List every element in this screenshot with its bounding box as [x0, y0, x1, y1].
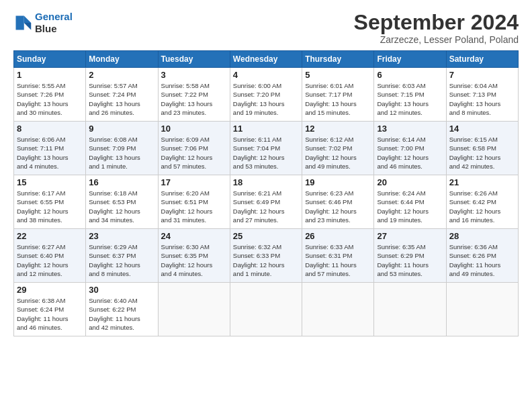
day-number: 11 — [233, 124, 299, 134]
day-info: Sunrise: 5:57 AM Sunset: 7:24 PM Dayligh… — [89, 81, 154, 117]
calendar-cell: 25Sunrise: 6:32 AM Sunset: 6:33 PM Dayli… — [230, 229, 302, 283]
day-number: 20 — [377, 177, 443, 187]
title-block: September 2024 Zarzecze, Lesser Poland, … — [354, 11, 519, 45]
day-info: Sunrise: 6:11 AM Sunset: 7:04 PM Dayligh… — [233, 135, 299, 171]
calendar-cell: 28Sunrise: 6:36 AM Sunset: 6:26 PM Dayli… — [446, 229, 518, 283]
calendar-cell: 14Sunrise: 6:15 AM Sunset: 6:58 PM Dayli… — [446, 122, 518, 175]
calendar-cell: 10Sunrise: 6:09 AM Sunset: 7:06 PM Dayli… — [158, 122, 230, 175]
location-subtitle: Zarzecze, Lesser Poland, Poland — [354, 34, 519, 45]
calendar-cell — [446, 283, 518, 336]
day-number: 21 — [449, 177, 515, 187]
day-info: Sunrise: 6:06 AM Sunset: 7:11 PM Dayligh… — [17, 135, 83, 171]
weekday-tuesday: Tuesday — [158, 51, 230, 68]
weekday-friday: Friday — [374, 51, 446, 68]
calendar-cell: 8Sunrise: 6:06 AM Sunset: 7:11 PM Daylig… — [14, 122, 86, 175]
calendar-cell: 21Sunrise: 6:26 AM Sunset: 6:42 PM Dayli… — [446, 175, 518, 229]
weekday-monday: Monday — [86, 51, 158, 68]
day-number: 17 — [161, 177, 227, 187]
calendar-table: SundayMondayTuesdayWednesdayThursdayFrid… — [13, 50, 519, 336]
calendar-cell: 17Sunrise: 6:20 AM Sunset: 6:51 PM Dayli… — [158, 175, 230, 229]
calendar-cell: 26Sunrise: 6:33 AM Sunset: 6:31 PM Dayli… — [302, 229, 374, 283]
day-info: Sunrise: 6:38 AM Sunset: 6:24 PM Dayligh… — [17, 296, 83, 332]
day-number: 14 — [449, 124, 515, 134]
calendar-cell: 19Sunrise: 6:23 AM Sunset: 6:46 PM Dayli… — [302, 175, 374, 229]
calendar-cell: 3Sunrise: 5:58 AM Sunset: 7:22 PM Daylig… — [158, 68, 230, 122]
svg-marker-2 — [16, 16, 24, 30]
day-number: 16 — [89, 177, 154, 187]
day-info: Sunrise: 6:04 AM Sunset: 7:13 PM Dayligh… — [449, 81, 515, 117]
page: General Blue September 2024 Zarzecze, Le… — [0, 0, 532, 411]
day-number: 30 — [89, 285, 154, 295]
day-info: Sunrise: 6:24 AM Sunset: 6:44 PM Dayligh… — [377, 189, 443, 224]
day-info: Sunrise: 6:26 AM Sunset: 6:42 PM Dayligh… — [449, 189, 515, 224]
calendar-cell: 13Sunrise: 6:14 AM Sunset: 7:00 PM Dayli… — [374, 122, 446, 175]
calendar-cell: 23Sunrise: 6:29 AM Sunset: 6:37 PM Dayli… — [86, 229, 158, 283]
logo-icon — [13, 13, 32, 32]
calendar-cell — [158, 283, 230, 336]
calendar-cell: 15Sunrise: 6:17 AM Sunset: 6:55 PM Dayli… — [14, 175, 86, 229]
day-number: 2 — [89, 70, 154, 80]
day-info: Sunrise: 6:32 AM Sunset: 6:33 PM Dayligh… — [233, 242, 299, 278]
day-number: 5 — [305, 70, 371, 80]
day-info: Sunrise: 6:21 AM Sunset: 6:49 PM Dayligh… — [233, 189, 299, 224]
day-number: 15 — [17, 177, 83, 187]
calendar-cell: 6Sunrise: 6:03 AM Sunset: 7:15 PM Daylig… — [374, 68, 446, 122]
day-info: Sunrise: 6:15 AM Sunset: 6:58 PM Dayligh… — [449, 135, 515, 171]
day-info: Sunrise: 6:08 AM Sunset: 7:09 PM Dayligh… — [89, 135, 154, 171]
day-number: 7 — [449, 70, 515, 80]
calendar-cell: 12Sunrise: 6:12 AM Sunset: 7:02 PM Dayli… — [302, 122, 374, 175]
calendar-header: SundayMondayTuesdayWednesdayThursdayFrid… — [14, 51, 519, 68]
day-info: Sunrise: 6:36 AM Sunset: 6:26 PM Dayligh… — [449, 242, 515, 278]
weekday-wednesday: Wednesday — [230, 51, 302, 68]
day-number: 6 — [377, 70, 443, 80]
calendar-cell: 2Sunrise: 5:57 AM Sunset: 7:24 PM Daylig… — [86, 68, 158, 122]
day-info: Sunrise: 6:23 AM Sunset: 6:46 PM Dayligh… — [305, 189, 371, 224]
calendar-week-2: 8Sunrise: 6:06 AM Sunset: 7:11 PM Daylig… — [14, 122, 519, 175]
calendar-cell: 27Sunrise: 6:35 AM Sunset: 6:29 PM Dayli… — [374, 229, 446, 283]
day-number: 25 — [233, 231, 299, 241]
calendar-week-4: 22Sunrise: 6:27 AM Sunset: 6:40 PM Dayli… — [14, 229, 519, 283]
day-number: 18 — [233, 177, 299, 187]
calendar-body: 1Sunrise: 5:55 AM Sunset: 7:26 PM Daylig… — [14, 68, 519, 336]
calendar-cell: 20Sunrise: 6:24 AM Sunset: 6:44 PM Dayli… — [374, 175, 446, 229]
day-info: Sunrise: 6:18 AM Sunset: 6:53 PM Dayligh… — [89, 189, 154, 224]
day-info: Sunrise: 6:12 AM Sunset: 7:02 PM Dayligh… — [305, 135, 371, 171]
day-info: Sunrise: 6:00 AM Sunset: 7:20 PM Dayligh… — [233, 81, 299, 117]
day-info: Sunrise: 6:01 AM Sunset: 7:17 PM Dayligh… — [305, 81, 371, 117]
day-info: Sunrise: 5:55 AM Sunset: 7:26 PM Dayligh… — [17, 81, 83, 117]
weekday-sunday: Sunday — [14, 51, 86, 68]
svg-marker-0 — [24, 16, 32, 24]
day-number: 12 — [305, 124, 371, 134]
calendar-cell — [302, 283, 374, 336]
main-title: September 2024 — [354, 11, 519, 34]
day-number: 23 — [89, 231, 154, 241]
calendar-cell: 11Sunrise: 6:11 AM Sunset: 7:04 PM Dayli… — [230, 122, 302, 175]
day-number: 19 — [305, 177, 371, 187]
day-info: Sunrise: 6:40 AM Sunset: 6:22 PM Dayligh… — [89, 296, 154, 332]
day-number: 27 — [377, 231, 443, 241]
calendar-cell: 7Sunrise: 6:04 AM Sunset: 7:13 PM Daylig… — [446, 68, 518, 122]
calendar-cell — [230, 283, 302, 336]
day-number: 22 — [17, 231, 83, 241]
calendar-week-1: 1Sunrise: 5:55 AM Sunset: 7:26 PM Daylig… — [14, 68, 519, 122]
day-number: 13 — [377, 124, 443, 134]
calendar-cell: 18Sunrise: 6:21 AM Sunset: 6:49 PM Dayli… — [230, 175, 302, 229]
day-number: 10 — [161, 124, 227, 134]
day-number: 3 — [161, 70, 227, 80]
calendar-cell: 24Sunrise: 6:30 AM Sunset: 6:35 PM Dayli… — [158, 229, 230, 283]
day-number: 9 — [89, 124, 154, 134]
day-info: Sunrise: 6:29 AM Sunset: 6:37 PM Dayligh… — [89, 242, 154, 278]
day-info: Sunrise: 6:20 AM Sunset: 6:51 PM Dayligh… — [161, 189, 227, 224]
calendar-cell: 1Sunrise: 5:55 AM Sunset: 7:26 PM Daylig… — [14, 68, 86, 122]
svg-marker-1 — [24, 23, 32, 30]
day-number: 4 — [233, 70, 299, 80]
calendar-cell: 5Sunrise: 6:01 AM Sunset: 7:17 PM Daylig… — [302, 68, 374, 122]
day-number: 28 — [449, 231, 515, 241]
weekday-thursday: Thursday — [302, 51, 374, 68]
calendar-cell: 30Sunrise: 6:40 AM Sunset: 6:22 PM Dayli… — [86, 283, 158, 336]
day-number: 1 — [17, 70, 83, 80]
day-info: Sunrise: 6:14 AM Sunset: 7:00 PM Dayligh… — [377, 135, 443, 171]
day-number: 24 — [161, 231, 227, 241]
day-info: Sunrise: 6:03 AM Sunset: 7:15 PM Dayligh… — [377, 81, 443, 117]
weekday-header-row: SundayMondayTuesdayWednesdayThursdayFrid… — [14, 51, 519, 68]
